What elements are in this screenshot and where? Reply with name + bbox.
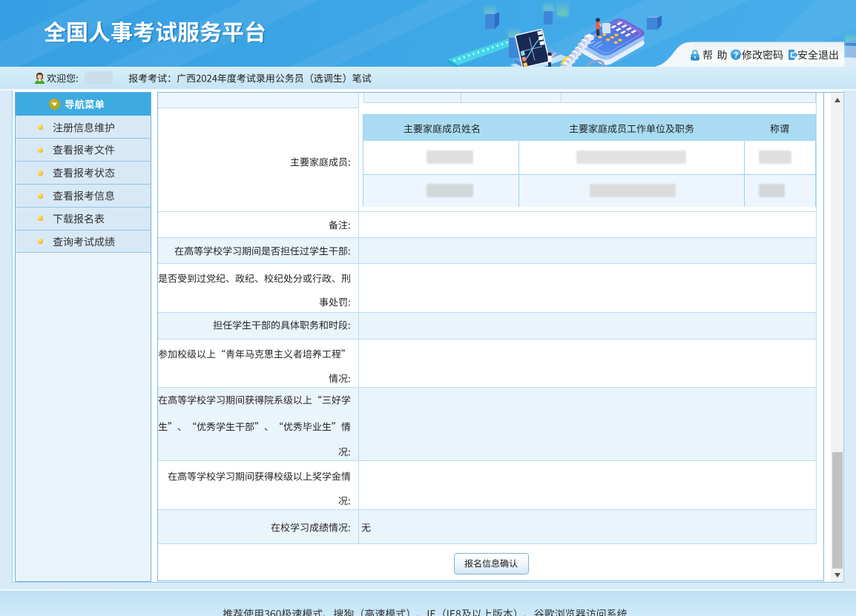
- svg-text:?: ?: [734, 50, 739, 59]
